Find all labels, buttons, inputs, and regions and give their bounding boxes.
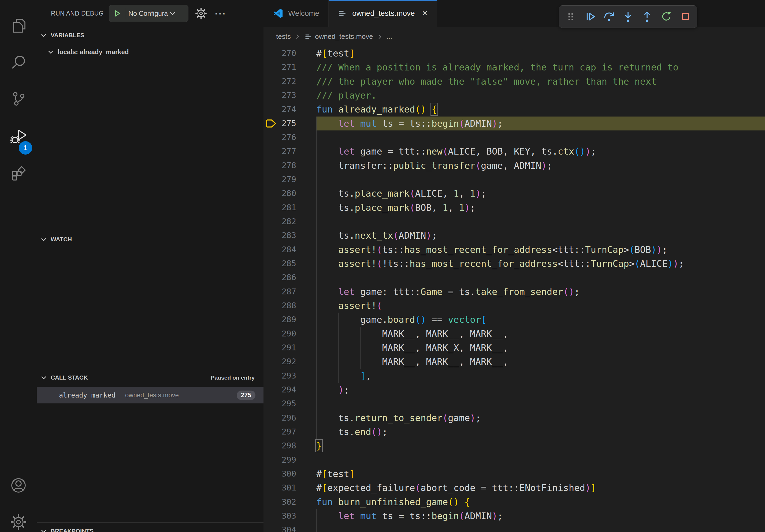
code-line-content[interactable]: fun burn_unfinished_game() { — [316, 495, 765, 509]
code-line[interactable]: 302fun burn_unfinished_game() { — [264, 495, 765, 509]
call-stack-frame[interactable]: already_marked owned_tests.move 275 — [37, 387, 264, 403]
code-line-content[interactable]: /// player. — [316, 89, 765, 102]
activity-item-account[interactable] — [0, 471, 37, 500]
stop-button[interactable] — [678, 9, 693, 24]
variables-header[interactable]: VARIABLES — [37, 27, 264, 44]
step-over-button[interactable] — [601, 9, 616, 24]
more-actions-icon[interactable]: ⋯ — [214, 8, 226, 19]
code-line-content[interactable]: assert!(ts::has_most_recent_for_address<… — [316, 243, 765, 257]
code-line-content[interactable]: ts.return_to_sender(game); — [316, 411, 765, 425]
code-line-content[interactable]: assert!( — [316, 299, 765, 313]
code-line-content[interactable]: let game: ttt::Game = ts.take_from_sende… — [316, 285, 765, 299]
code-line-content[interactable]: ts.next_tx(ADMIN); — [316, 228, 765, 242]
code-line[interactable]: 296 ts.return_to_sender(game); — [264, 411, 765, 425]
close-icon[interactable]: ✕ — [422, 9, 428, 18]
code-line-content[interactable]: let game = ttt::new(ALICE, BOB, KEY, ts.… — [316, 144, 765, 158]
line-number[interactable]: 292 — [264, 355, 316, 369]
line-number[interactable]: 283 — [264, 228, 316, 242]
code-line[interactable]: 282 — [264, 215, 765, 228]
code-line[interactable]: 299 — [264, 453, 765, 467]
code-line-content[interactable]: #[test] — [316, 467, 765, 481]
code-line[interactable]: 291 MARK__, MARK_X, MARK__, — [264, 341, 765, 355]
line-number[interactable]: 296 — [264, 411, 316, 425]
line-number[interactable]: 274 — [264, 102, 316, 116]
tab-owned-tests-move[interactable]: owned_tests.move ✕ — [329, 0, 437, 27]
code-line[interactable]: 277 let game = ttt::new(ALICE, BOB, KEY,… — [264, 144, 765, 158]
breakpoints-header[interactable]: BREAKPOINTS — [37, 523, 264, 532]
call-stack-header[interactable]: CALL STACK Paused on entry — [37, 369, 264, 386]
line-number[interactable]: 280 — [264, 186, 316, 200]
code-line-content[interactable]: let mut ts = ts::begin(ADMIN); — [316, 509, 765, 523]
line-number[interactable]: 299 — [264, 453, 316, 467]
variables-scope-locals[interactable]: locals: already_marked — [37, 44, 264, 60]
code-line[interactable]: 298} — [264, 439, 765, 453]
code-line-content[interactable]: ts.end(); — [316, 425, 765, 439]
code-line-content[interactable]: MARK__, MARK_X, MARK__, — [316, 341, 765, 355]
activity-item-search[interactable] — [0, 47, 37, 77]
code-line[interactable]: 293 ], — [264, 369, 765, 383]
line-number[interactable]: 294 — [264, 383, 316, 397]
line-number[interactable]: 293 — [264, 369, 316, 383]
activity-item-run-and-debug[interactable]: 1 — [0, 122, 37, 151]
line-number[interactable]: 287 — [264, 285, 316, 299]
debug-configuration-button[interactable]: No Configura — [109, 5, 189, 22]
line-number[interactable]: 278 — [264, 158, 316, 172]
code-line[interactable]: 303 let mut ts = ts::begin(ADMIN); — [264, 509, 765, 523]
code-line[interactable]: 283 ts.next_tx(ADMIN); — [264, 228, 765, 242]
code-line-content[interactable]: fun already_marked() { — [316, 102, 765, 116]
activity-item-source-control[interactable] — [0, 84, 37, 114]
code-line[interactable]: 270#[test] — [264, 46, 765, 60]
code-line[interactable]: 301#[expected_failure(abort_code = ttt::… — [264, 481, 765, 495]
activity-item-settings[interactable] — [0, 507, 37, 532]
code-line-content[interactable]: MARK__, MARK__, MARK__, — [316, 355, 765, 369]
line-number[interactable]: 284 — [264, 243, 316, 257]
line-number[interactable]: 289 — [264, 313, 316, 327]
code-line[interactable]: 304 — [264, 523, 765, 532]
line-number[interactable]: 300 — [264, 467, 316, 481]
line-number[interactable]: 302 — [264, 495, 316, 509]
code-line-content[interactable]: ts.place_mark(BOB, 1, 1); — [316, 201, 765, 215]
code-line-content[interactable] — [316, 215, 765, 228]
line-number[interactable]: 281 — [264, 201, 316, 215]
line-number[interactable]: 277 — [264, 144, 316, 158]
code-line[interactable]: 286 — [264, 271, 765, 285]
line-number[interactable]: 297 — [264, 425, 316, 439]
code-line-content[interactable]: /// When a position is already marked, t… — [316, 60, 765, 74]
code-line-content[interactable]: ], — [316, 369, 765, 383]
breadcrumb-folder[interactable]: tests — [276, 32, 291, 41]
line-number[interactable]: 286 — [264, 271, 316, 285]
code-line-content[interactable] — [316, 523, 765, 532]
restart-button[interactable] — [659, 9, 674, 24]
code-line[interactable]: 285 assert!(!ts::has_most_recent_for_add… — [264, 257, 765, 271]
line-number[interactable]: 291 — [264, 341, 316, 355]
code-line[interactable]: 279 — [264, 172, 765, 186]
configuration-dropdown[interactable]: No Configura — [128, 10, 171, 17]
code-line[interactable]: 284 assert!(ts::has_most_recent_for_addr… — [264, 243, 765, 257]
line-number[interactable]: 304 — [264, 523, 316, 532]
line-number[interactable]: 285 — [264, 257, 316, 271]
code-line[interactable]: 281 ts.place_mark(BOB, 1, 1); — [264, 201, 765, 215]
line-number[interactable]: 279 — [264, 172, 316, 186]
breadcrumb-symbol[interactable]: ... — [386, 32, 392, 41]
debug-settings-gear-icon[interactable] — [195, 7, 207, 20]
line-number[interactable]: 275 — [264, 117, 316, 131]
code-line-content[interactable]: MARK__, MARK__, MARK__, — [316, 327, 765, 341]
line-number[interactable]: 272 — [264, 75, 316, 89]
code-line[interactable]: 295 — [264, 397, 765, 411]
code-line[interactable]: 274fun already_marked() { — [264, 102, 765, 116]
code-line-content[interactable]: #[expected_failure(abort_code = ttt::ENo… — [316, 481, 765, 495]
activity-item-explorer[interactable] — [0, 11, 37, 40]
code-editor[interactable]: 270#[test]271/// When a position is alre… — [264, 46, 765, 532]
code-line[interactable]: 275 let mut ts = ts::begin(ADMIN); — [264, 117, 765, 131]
code-line[interactable]: 289 game.board() == vector[ — [264, 313, 765, 327]
code-line[interactable]: 297 ts.end(); — [264, 425, 765, 439]
code-line-content[interactable] — [316, 453, 765, 467]
line-number[interactable]: 270 — [264, 46, 316, 60]
line-number[interactable]: 276 — [264, 131, 316, 144]
breadcrumb-file[interactable]: owned_tests.move — [315, 32, 373, 41]
code-line[interactable]: 271/// When a position is already marked… — [264, 60, 765, 74]
code-line-content[interactable]: ts.place_mark(ALICE, 1, 1); — [316, 186, 765, 200]
code-line[interactable]: 272/// the player who made the "false" m… — [264, 75, 765, 89]
code-line-content[interactable] — [316, 172, 765, 186]
code-line[interactable]: 287 let game: ttt::Game = ts.take_from_s… — [264, 285, 765, 299]
